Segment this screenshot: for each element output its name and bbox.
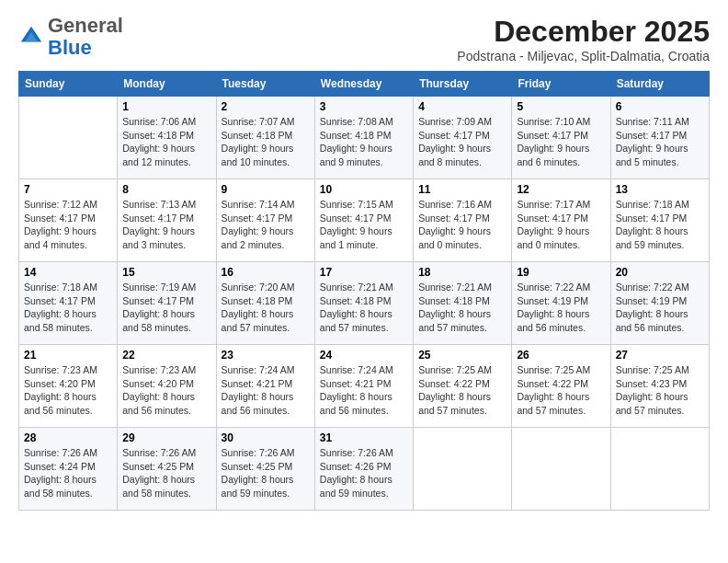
day-number: 16: [222, 266, 310, 279]
calendar-cell: 17Sunrise: 7:21 AMSunset: 4:18 PMDayligh…: [314, 262, 413, 345]
weekday-header: Wednesday: [314, 72, 413, 97]
day-number: 20: [616, 266, 704, 279]
day-number: 24: [320, 349, 408, 362]
calendar-week-row: 1Sunrise: 7:06 AMSunset: 4:18 PMDaylight…: [19, 97, 710, 179]
day-info: Sunrise: 7:07 AMSunset: 4:18 PMDaylight:…: [222, 115, 310, 169]
calendar-cell: 18Sunrise: 7:21 AMSunset: 4:18 PMDayligh…: [414, 262, 512, 345]
day-info: Sunrise: 7:24 AMSunset: 4:21 PMDaylight:…: [320, 363, 408, 418]
calendar-cell: 24Sunrise: 7:24 AMSunset: 4:21 PMDayligh…: [314, 345, 413, 428]
day-number: 10: [320, 183, 408, 196]
month-title: December 2025: [457, 15, 710, 49]
day-info: Sunrise: 7:26 AMSunset: 4:26 PMDaylight:…: [320, 446, 408, 500]
day-info: Sunrise: 7:08 AMSunset: 4:18 PMDaylight:…: [320, 115, 408, 169]
day-number: 18: [418, 266, 506, 279]
title-block: December 2025 Podstrana - Miljevac, Spli…: [457, 15, 710, 63]
day-info: Sunrise: 7:13 AMSunset: 4:17 PMDaylight:…: [122, 198, 210, 252]
calendar-week-row: 28Sunrise: 7:26 AMSunset: 4:24 PMDayligh…: [19, 428, 710, 511]
calendar-cell: 23Sunrise: 7:24 AMSunset: 4:21 PMDayligh…: [216, 345, 314, 428]
calendar-cell: [414, 428, 512, 511]
calendar-cell: 4Sunrise: 7:09 AMSunset: 4:17 PMDaylight…: [414, 97, 512, 179]
calendar-cell: 30Sunrise: 7:26 AMSunset: 4:25 PMDayligh…: [216, 428, 314, 511]
calendar-cell: [610, 428, 709, 511]
day-number: 28: [24, 431, 112, 444]
page-header: General Blue December 2025 Podstrana - M…: [18, 15, 710, 63]
day-number: 21: [24, 349, 112, 362]
day-info: Sunrise: 7:26 AMSunset: 4:24 PMDaylight:…: [24, 446, 112, 500]
day-number: 29: [122, 431, 210, 444]
calendar-cell: 19Sunrise: 7:22 AMSunset: 4:19 PMDayligh…: [512, 262, 610, 345]
day-info: Sunrise: 7:12 AMSunset: 4:17 PMDaylight:…: [24, 198, 112, 252]
calendar-cell: 20Sunrise: 7:22 AMSunset: 4:19 PMDayligh…: [610, 262, 709, 345]
weekday-header: Saturday: [610, 72, 709, 97]
calendar-cell: 2Sunrise: 7:07 AMSunset: 4:18 PMDaylight…: [216, 97, 314, 179]
calendar-cell: 8Sunrise: 7:13 AMSunset: 4:17 PMDaylight…: [118, 179, 216, 262]
day-info: Sunrise: 7:26 AMSunset: 4:25 PMDaylight:…: [222, 446, 310, 500]
day-info: Sunrise: 7:06 AMSunset: 4:18 PMDaylight:…: [122, 115, 210, 169]
calendar-cell: 21Sunrise: 7:23 AMSunset: 4:20 PMDayligh…: [19, 345, 118, 428]
calendar-cell: 22Sunrise: 7:23 AMSunset: 4:20 PMDayligh…: [118, 345, 216, 428]
weekday-header: Thursday: [414, 72, 512, 97]
calendar-cell: 26Sunrise: 7:25 AMSunset: 4:22 PMDayligh…: [512, 345, 610, 428]
calendar-cell: [19, 97, 118, 179]
day-number: 31: [320, 431, 408, 444]
day-number: 11: [418, 183, 506, 196]
day-info: Sunrise: 7:18 AMSunset: 4:17 PMDaylight:…: [24, 281, 112, 335]
logo-general-text: General: [48, 15, 123, 37]
day-info: Sunrise: 7:25 AMSunset: 4:22 PMDaylight:…: [517, 363, 605, 418]
weekday-header: Monday: [118, 72, 216, 97]
day-number: 9: [222, 183, 310, 196]
day-info: Sunrise: 7:10 AMSunset: 4:17 PMDaylight:…: [517, 115, 605, 169]
calendar-cell: 11Sunrise: 7:16 AMSunset: 4:17 PMDayligh…: [414, 179, 512, 262]
day-number: 8: [122, 183, 210, 196]
day-number: 12: [517, 183, 605, 196]
logo: General Blue: [18, 15, 123, 59]
day-info: Sunrise: 7:18 AMSunset: 4:17 PMDaylight:…: [616, 198, 704, 252]
day-number: 25: [418, 349, 506, 362]
day-info: Sunrise: 7:15 AMSunset: 4:17 PMDaylight:…: [320, 198, 408, 252]
day-info: Sunrise: 7:20 AMSunset: 4:18 PMDaylight:…: [222, 281, 310, 335]
location-subtitle: Podstrana - Miljevac, Split-Dalmatia, Cr…: [457, 49, 710, 63]
day-number: 3: [320, 100, 408, 113]
logo-icon: [18, 24, 44, 50]
calendar-week-row: 21Sunrise: 7:23 AMSunset: 4:20 PMDayligh…: [19, 345, 710, 428]
day-number: 23: [222, 349, 310, 362]
calendar-cell: 27Sunrise: 7:25 AMSunset: 4:23 PMDayligh…: [610, 345, 709, 428]
day-number: 13: [616, 183, 704, 196]
day-info: Sunrise: 7:16 AMSunset: 4:17 PMDaylight:…: [418, 198, 506, 252]
calendar-week-row: 14Sunrise: 7:18 AMSunset: 4:17 PMDayligh…: [19, 262, 710, 345]
day-number: 2: [222, 100, 310, 113]
calendar-cell: 7Sunrise: 7:12 AMSunset: 4:17 PMDaylight…: [19, 179, 118, 262]
day-info: Sunrise: 7:25 AMSunset: 4:23 PMDaylight:…: [616, 363, 704, 418]
calendar-cell: 14Sunrise: 7:18 AMSunset: 4:17 PMDayligh…: [19, 262, 118, 345]
day-number: 27: [616, 349, 704, 362]
calendar-cell: 15Sunrise: 7:19 AMSunset: 4:17 PMDayligh…: [118, 262, 216, 345]
calendar-cell: [512, 428, 610, 511]
day-info: Sunrise: 7:23 AMSunset: 4:20 PMDaylight:…: [122, 363, 210, 418]
day-number: 17: [320, 266, 408, 279]
day-info: Sunrise: 7:21 AMSunset: 4:18 PMDaylight:…: [418, 281, 506, 335]
day-info: Sunrise: 7:23 AMSunset: 4:20 PMDaylight:…: [24, 363, 112, 418]
day-info: Sunrise: 7:21 AMSunset: 4:18 PMDaylight:…: [320, 281, 408, 335]
day-info: Sunrise: 7:25 AMSunset: 4:22 PMDaylight:…: [418, 363, 506, 418]
day-info: Sunrise: 7:14 AMSunset: 4:17 PMDaylight:…: [222, 198, 310, 252]
day-info: Sunrise: 7:11 AMSunset: 4:17 PMDaylight:…: [616, 115, 704, 169]
calendar-cell: 13Sunrise: 7:18 AMSunset: 4:17 PMDayligh…: [610, 179, 709, 262]
day-info: Sunrise: 7:17 AMSunset: 4:17 PMDaylight:…: [517, 198, 605, 252]
logo-blue-text: Blue: [48, 37, 123, 59]
calendar-cell: 31Sunrise: 7:26 AMSunset: 4:26 PMDayligh…: [314, 428, 413, 511]
day-info: Sunrise: 7:24 AMSunset: 4:21 PMDaylight:…: [222, 363, 310, 418]
calendar-cell: 3Sunrise: 7:08 AMSunset: 4:18 PMDaylight…: [314, 97, 413, 179]
day-info: Sunrise: 7:19 AMSunset: 4:17 PMDaylight:…: [122, 281, 210, 335]
calendar-cell: 10Sunrise: 7:15 AMSunset: 4:17 PMDayligh…: [314, 179, 413, 262]
calendar-cell: 5Sunrise: 7:10 AMSunset: 4:17 PMDaylight…: [512, 97, 610, 179]
day-number: 4: [418, 100, 506, 113]
calendar-cell: 12Sunrise: 7:17 AMSunset: 4:17 PMDayligh…: [512, 179, 610, 262]
calendar-table: SundayMondayTuesdayWednesdayThursdayFrid…: [18, 71, 710, 511]
day-info: Sunrise: 7:09 AMSunset: 4:17 PMDaylight:…: [418, 115, 506, 169]
day-info: Sunrise: 7:22 AMSunset: 4:19 PMDaylight:…: [517, 281, 605, 335]
day-info: Sunrise: 7:22 AMSunset: 4:19 PMDaylight:…: [616, 281, 704, 335]
day-number: 1: [122, 100, 210, 113]
calendar-cell: 6Sunrise: 7:11 AMSunset: 4:17 PMDaylight…: [610, 97, 709, 179]
day-number: 15: [122, 266, 210, 279]
day-number: 19: [517, 266, 605, 279]
